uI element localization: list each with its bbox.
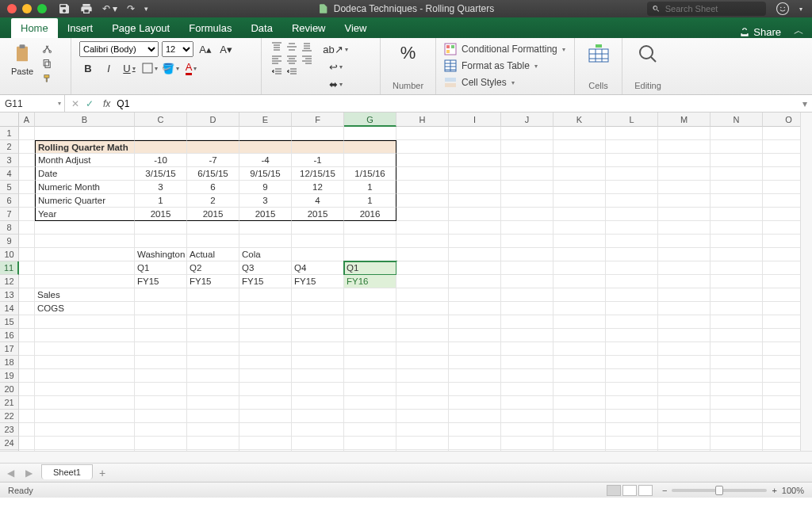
row-header-14[interactable]: 14	[0, 302, 19, 315]
zoom-out-icon[interactable]: −	[662, 486, 667, 495]
cell-L8[interactable]	[606, 221, 658, 235]
cell-C12[interactable]: FY15	[135, 275, 187, 288]
cell-L7[interactable]	[606, 208, 658, 221]
cell-M4[interactable]	[658, 167, 710, 181]
cell-G23[interactable]	[344, 423, 396, 437]
cell-G3[interactable]	[344, 154, 396, 167]
cell-D9[interactable]	[187, 235, 239, 248]
cell-I10[interactable]	[449, 248, 501, 261]
cell-B19[interactable]	[35, 369, 135, 383]
cell-E12[interactable]: FY15	[239, 275, 292, 288]
cell-F1[interactable]	[292, 127, 344, 140]
cell-G6[interactable]: 1	[344, 194, 396, 208]
cell-N2[interactable]	[710, 140, 763, 154]
cell-K19[interactable]	[553, 369, 606, 383]
cell-L2[interactable]	[606, 140, 658, 154]
qat-expand-icon[interactable]: ▾	[144, 5, 148, 13]
cell-C6[interactable]: 1	[135, 194, 187, 208]
cell-D23[interactable]	[187, 423, 239, 437]
cell-K12[interactable]	[553, 275, 606, 288]
cell-N4[interactable]	[710, 167, 763, 181]
formula-input[interactable]	[113, 95, 798, 112]
cell-J9[interactable]	[501, 235, 553, 248]
cell-I6[interactable]	[449, 194, 501, 208]
cell-C21[interactable]	[135, 396, 187, 410]
cell-C9[interactable]	[135, 235, 187, 248]
cell-I7[interactable]	[449, 208, 501, 221]
cell-M23[interactable]	[658, 423, 710, 437]
decrease-font-icon[interactable]: A▾	[217, 41, 235, 57]
cell-I12[interactable]	[449, 275, 501, 288]
cell-E3[interactable]: -4	[239, 154, 292, 167]
copy-icon[interactable]	[41, 58, 53, 70]
cell-F2[interactable]	[292, 140, 344, 154]
cell-K5[interactable]	[553, 181, 606, 194]
cell-E7[interactable]: 2015	[239, 208, 292, 221]
cell-G19[interactable]	[344, 369, 396, 383]
cell-G7[interactable]: 2016	[344, 208, 396, 221]
cell-D8[interactable]	[187, 221, 239, 235]
increase-font-icon[interactable]: A▴	[197, 41, 214, 57]
cell-N18[interactable]	[710, 356, 763, 369]
row-header-9[interactable]: 9	[0, 235, 19, 248]
cell-B2[interactable]: Rolling Quarter Math	[35, 140, 135, 154]
col-header-M[interactable]: M	[658, 113, 710, 127]
cell-A20[interactable]	[19, 383, 35, 396]
cell-L24[interactable]	[606, 437, 658, 450]
cell-M15[interactable]	[658, 315, 710, 329]
cell-M13[interactable]	[658, 288, 710, 302]
tab-data[interactable]: Data	[241, 18, 282, 38]
cell-A13[interactable]	[19, 288, 35, 302]
cell-J8[interactable]	[501, 221, 553, 235]
view-normal-icon[interactable]	[607, 485, 621, 496]
cell-I16[interactable]	[449, 329, 501, 342]
cell-K24[interactable]	[553, 437, 606, 450]
align-center-icon[interactable]	[285, 54, 299, 65]
cell-H19[interactable]	[396, 369, 449, 383]
cell-C18[interactable]	[135, 356, 187, 369]
cell-E1[interactable]	[239, 127, 292, 140]
cell-M16[interactable]	[658, 329, 710, 342]
cell-D5[interactable]: 6	[187, 181, 239, 194]
cell-F8[interactable]	[292, 221, 344, 235]
cell-E11[interactable]: Q3	[239, 261, 292, 275]
cell-A17[interactable]	[19, 342, 35, 356]
select-all-corner[interactable]	[0, 113, 19, 127]
col-header-C[interactable]: C	[135, 113, 187, 127]
cell-C8[interactable]	[135, 221, 187, 235]
cell-K20[interactable]	[553, 383, 606, 396]
underline-button[interactable]: U	[121, 60, 138, 76]
cell-E24[interactable]	[239, 437, 292, 450]
col-header-H[interactable]: H	[396, 113, 449, 127]
col-header-E[interactable]: E	[239, 113, 292, 127]
cell-K3[interactable]	[553, 154, 606, 167]
cell-L3[interactable]	[606, 154, 658, 167]
row-header-7[interactable]: 7	[0, 208, 19, 221]
cell-D4[interactable]: 6/15/15	[187, 167, 239, 181]
cell-B21[interactable]	[35, 396, 135, 410]
col-header-N[interactable]: N	[710, 113, 763, 127]
cell-A19[interactable]	[19, 369, 35, 383]
cell-H6[interactable]	[396, 194, 449, 208]
view-page-layout-icon[interactable]	[622, 485, 637, 496]
add-sheet-icon[interactable]: +	[99, 467, 105, 479]
cut-icon[interactable]	[41, 43, 53, 55]
cell-D15[interactable]	[187, 315, 239, 329]
cell-M3[interactable]	[658, 154, 710, 167]
cell-G5[interactable]: 1	[344, 181, 396, 194]
col-header-G[interactable]: G	[344, 113, 396, 127]
zoom-slider[interactable]	[672, 489, 767, 492]
cell-N10[interactable]	[710, 248, 763, 261]
cell-G18[interactable]	[344, 356, 396, 369]
cell-B6[interactable]: Numeric Quarter	[35, 194, 135, 208]
tab-view[interactable]: View	[335, 18, 377, 38]
cell-A8[interactable]	[19, 221, 35, 235]
row-header-17[interactable]: 17	[0, 342, 19, 356]
cell-K11[interactable]	[553, 261, 606, 275]
cell-I17[interactable]	[449, 342, 501, 356]
row-header-8[interactable]: 8	[0, 221, 19, 235]
cell-J13[interactable]	[501, 288, 553, 302]
cell-K15[interactable]	[553, 315, 606, 329]
cell-grid[interactable]: Rolling Quarter MathMonth Adjust-10-7-4-…	[19, 127, 812, 463]
cell-F4[interactable]: 12/15/15	[292, 167, 344, 181]
